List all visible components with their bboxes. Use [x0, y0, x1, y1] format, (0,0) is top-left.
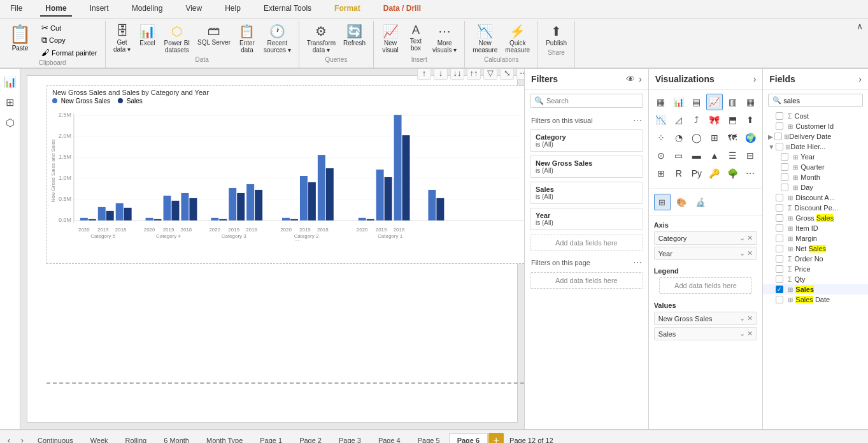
filter-card-category[interactable]: Category is (All): [530, 129, 643, 152]
viz-py-visual[interactable]: Py: [688, 165, 705, 182]
recent-sources-button[interactable]: 🕐 Recentsources ▾: [261, 22, 294, 55]
expand-button[interactable]: ⤡: [500, 69, 514, 80]
viz-line[interactable]: 📉: [653, 112, 669, 128]
field-group-net-sales[interactable]: ⊞ Net Sales: [763, 243, 868, 254]
viz-format-icon[interactable]: 🎨: [673, 194, 690, 210]
new-measure-button[interactable]: 📉 Newmeasure: [470, 22, 500, 55]
menu-help[interactable]: Help: [220, 1, 246, 17]
menu-insert[interactable]: Insert: [85, 1, 114, 17]
more-options-button[interactable]: ⋯: [516, 69, 524, 80]
field-group-gross-sales[interactable]: ⊞ Gross Sales: [763, 213, 868, 223]
excel-button[interactable]: 📊 Excel: [136, 22, 159, 48]
viz-more[interactable]: ⋯: [742, 165, 758, 182]
values-sales-remove[interactable]: ✕: [747, 330, 753, 338]
filter-expand-button[interactable]: ›: [639, 74, 642, 84]
cost-checkbox[interactable]: [776, 112, 783, 120]
sql-server-button[interactable]: 🗃 SQL Server: [195, 22, 233, 47]
field-group-date-hier[interactable]: ▼ ⊞ Date Hier...: [763, 142, 868, 152]
field-group-margin[interactable]: ⊞ Margin: [763, 233, 868, 243]
move-down-button[interactable]: ↓: [434, 69, 448, 80]
new-visual-button[interactable]: 📈 Newvisual: [379, 22, 402, 55]
axis-year-chevron[interactable]: ⌄: [739, 249, 745, 258]
filters-search-box[interactable]: 🔍: [530, 94, 643, 108]
paste-button[interactable]: 📋 Paste: [5, 22, 35, 58]
viz-multi-row-card[interactable]: ▬: [688, 147, 705, 164]
more-visuals-button[interactable]: ⋯ Morevisuals ▾: [430, 22, 459, 55]
year-checkbox[interactable]: [781, 153, 788, 161]
tab-week[interactable]: Week: [82, 433, 117, 443]
menu-modeling[interactable]: Modeling: [127, 1, 168, 17]
field-group-price[interactable]: Σ Price: [763, 264, 868, 274]
format-painter-button[interactable]: 🖌 Format painter: [39, 47, 100, 58]
tab-continuous[interactable]: Continuous: [29, 433, 82, 443]
tab-prev-button[interactable]: ‹: [3, 434, 15, 444]
model-view-icon[interactable]: ⬡: [3, 115, 18, 130]
viz-area[interactable]: ◿: [671, 112, 687, 128]
field-group-customer-id[interactable]: ⊞ Customer Id: [763, 121, 868, 131]
filters-visual-more[interactable]: ⋯: [633, 115, 642, 126]
item-id-checkbox[interactable]: [776, 224, 783, 232]
menu-external-tools[interactable]: External Tools: [259, 1, 317, 17]
fields-search-box[interactable]: 🔍: [768, 94, 863, 107]
values-new-gross-field[interactable]: New Gross Sales ⌄ ✕: [654, 312, 758, 325]
date-hier-checkbox[interactable]: [776, 143, 783, 150]
move-up2-button[interactable]: ↑↑: [467, 69, 481, 80]
add-filter-page-button[interactable]: Add data fields here: [530, 272, 643, 289]
copy-button[interactable]: ⧉ Copy: [39, 34, 100, 46]
discount-a-checkbox[interactable]: [776, 194, 783, 201]
viz-fields-icon[interactable]: ⊞: [654, 194, 671, 210]
add-filter-visual-button[interactable]: Add data fields here: [530, 235, 643, 251]
viz-grouped-bar[interactable]: 📊: [671, 94, 687, 110]
delivery-date-checkbox[interactable]: [774, 133, 782, 140]
tab-page2[interactable]: Page 2: [291, 433, 330, 443]
sales-checkbox[interactable]: ✓: [776, 286, 783, 293]
viz-donut[interactable]: ◯: [688, 129, 705, 146]
day-checkbox[interactable]: [781, 184, 788, 191]
tab-page1[interactable]: Page 1: [252, 433, 290, 443]
axis-category-remove[interactable]: ✕: [747, 234, 753, 242]
viz-key-influencers[interactable]: 🔑: [706, 165, 723, 182]
viz-decomp-tree[interactable]: 🌳: [724, 165, 741, 182]
report-view-icon[interactable]: 📊: [3, 74, 18, 89]
power-bi-button[interactable]: ⬡ Power BIdatasets: [162, 22, 193, 55]
refresh-button[interactable]: 🔄 Refresh: [341, 22, 368, 48]
viz-pie[interactable]: ◔: [671, 129, 687, 146]
values-sales-field[interactable]: Sales ⌄ ✕: [654, 327, 758, 340]
axis-year-remove[interactable]: ✕: [747, 249, 753, 258]
customer-id-checkbox[interactable]: [776, 122, 783, 130]
net-sales-checkbox[interactable]: [776, 245, 783, 252]
filters-search-input[interactable]: [546, 97, 639, 105]
field-group-discount-a[interactable]: ⊞ Discount A...: [763, 192, 868, 203]
field-group-sales-date[interactable]: ⊞ Sales Date: [763, 294, 868, 305]
values-sales-chevron[interactable]: ⌄: [739, 330, 745, 338]
field-item-quarter[interactable]: ⊞ Quarter: [763, 162, 868, 172]
move-up-button[interactable]: ↑: [417, 69, 431, 80]
field-group-order-no[interactable]: Σ Order No: [763, 254, 868, 264]
menu-data-drill[interactable]: Data / Drill: [378, 1, 426, 17]
move-down2-button[interactable]: ↓↓: [450, 69, 464, 80]
gross-sales-checkbox[interactable]: [776, 214, 783, 222]
viz-funnel[interactable]: ⬆: [742, 112, 758, 128]
quarter-checkbox[interactable]: [781, 163, 788, 171]
fields-search-input[interactable]: [783, 97, 868, 105]
fields-expand-button[interactable]: ›: [858, 74, 862, 84]
viz-filled-map[interactable]: 🌍: [742, 129, 758, 146]
viz-clustered-column[interactable]: 📈: [706, 94, 723, 110]
margin-checkbox[interactable]: [776, 235, 783, 242]
axis-year-field[interactable]: Year ⌄ ✕: [654, 247, 758, 260]
axis-category-chevron[interactable]: ⌄: [739, 234, 745, 242]
tab-next-button[interactable]: ›: [16, 434, 29, 444]
viz-map[interactable]: 🗺: [724, 129, 741, 146]
field-group-qty[interactable]: Σ Qty: [763, 274, 868, 284]
tab-page5[interactable]: Page 5: [409, 433, 448, 443]
viz-r-visual[interactable]: R: [671, 165, 687, 182]
menu-format[interactable]: Format: [329, 1, 366, 17]
enter-data-button[interactable]: 📋 Enterdata: [236, 22, 259, 55]
viz-stacked-column[interactable]: ▥: [724, 94, 741, 110]
viz-analytics-icon[interactable]: 🔬: [692, 194, 709, 210]
field-group-cost[interactable]: Σ Cost: [763, 111, 868, 121]
viz-kpi[interactable]: ▲: [706, 147, 723, 164]
discount-pe-checkbox[interactable]: [776, 204, 783, 212]
order-no-checkbox[interactable]: [776, 255, 783, 263]
axis-category-field[interactable]: Category ⌄ ✕: [654, 231, 758, 245]
